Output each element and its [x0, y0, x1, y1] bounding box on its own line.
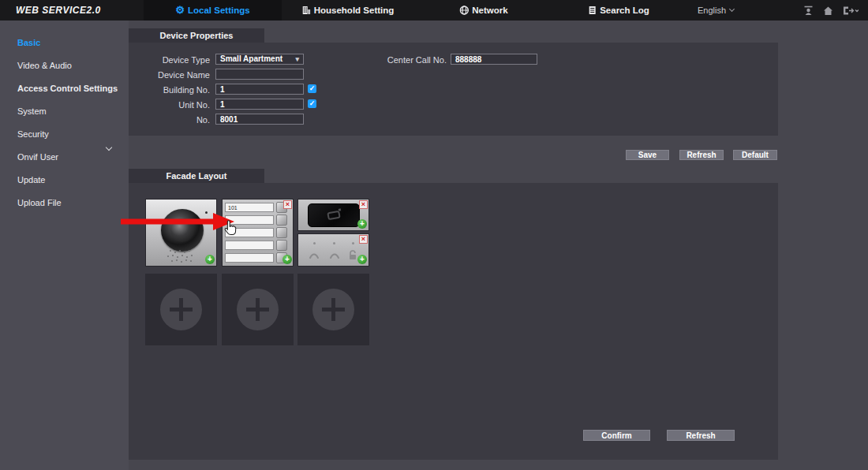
sidebar-item-label: Upload File: [17, 198, 62, 207]
indicator-dot: [333, 242, 335, 244]
center-call-no-label: Center Call No.: [365, 55, 447, 65]
unlock-icon: [348, 250, 357, 260]
facade-layout-tab: Facade Layout: [129, 169, 264, 183]
building-no-label: Building No.: [129, 85, 210, 95]
panel-title: Facade Layout: [166, 171, 226, 181]
building-no-input[interactable]: [215, 84, 304, 95]
tab-label: Search Log: [600, 0, 649, 21]
indicator-dot: [352, 242, 354, 244]
sidebar-item-label: Security: [17, 129, 49, 139]
add-circle-icon: [312, 289, 354, 330]
no-input[interactable]: [215, 114, 304, 125]
call-icon: [329, 252, 340, 259]
unit-no-label: Unit No.: [129, 100, 210, 110]
camera-glyph-icon: [327, 211, 340, 221]
chevron-down-icon: [729, 6, 735, 12]
add-icon[interactable]: +: [357, 255, 367, 264]
plus-glyph: +: [285, 255, 290, 263]
sidebar-item-basic[interactable]: Basic: [0, 35, 129, 50]
tab-search-log[interactable]: Search Log: [588, 0, 649, 21]
add-circle-icon: [237, 289, 279, 330]
screen-module-tile[interactable]: × +: [297, 199, 369, 231]
sidebar-item-onvif-user[interactable]: Onvif User: [0, 149, 129, 165]
directory-row[interactable]: [225, 253, 274, 263]
plus-glyph: +: [208, 255, 212, 263]
add-icon[interactable]: +: [282, 255, 292, 264]
profile-icon[interactable]: [803, 6, 814, 16]
x-glyph: ×: [361, 235, 365, 243]
keypad-call-module-tile[interactable]: × +: [297, 233, 369, 267]
call-button: [276, 240, 287, 251]
language-selector[interactable]: English: [698, 0, 734, 21]
sidebar-item-label: Video & Audio: [17, 61, 72, 70]
directory-row[interactable]: [225, 241, 274, 250]
check-icon: ✓: [309, 99, 316, 107]
sidebar-item-upload-file[interactable]: Upload File: [0, 195, 129, 211]
log-icon: [588, 6, 597, 15]
sidebar-item-access-control-settings[interactable]: Access Control Settings: [0, 80, 129, 96]
remove-icon[interactable]: ×: [283, 200, 292, 209]
logout-icon[interactable]: [843, 6, 859, 16]
directory-entry: 101: [228, 205, 238, 211]
directory-row[interactable]: [225, 228, 274, 237]
sidebar-item-update[interactable]: Update: [0, 172, 129, 188]
remove-icon[interactable]: ×: [359, 200, 368, 209]
no-label: No.: [129, 115, 210, 125]
indicator-dot: [313, 242, 316, 244]
unit-no-input[interactable]: [215, 99, 304, 110]
device-type-value: Small Apartment: [220, 54, 282, 63]
mic-dot: [205, 211, 208, 214]
gear-icon: ⚙: [175, 0, 185, 21]
call-button: [276, 214, 287, 226]
directory-row[interactable]: [225, 215, 274, 225]
display-screen: [308, 203, 360, 227]
device-type-select[interactable]: Small Apartment ▾: [215, 54, 304, 65]
tab-label: Household Setting: [314, 0, 395, 21]
building-icon: [302, 6, 311, 15]
top-navbar: WEB SERVICE2.0 ⚙ Local Settings Househol…: [0, 0, 868, 21]
center-call-no-input[interactable]: [451, 54, 537, 65]
globe-icon: [459, 6, 469, 15]
refresh-facade-button[interactable]: Refresh: [667, 430, 735, 441]
sidebar-item-system[interactable]: System: [0, 103, 129, 119]
sidebar-item-label: Onvif User: [17, 152, 58, 162]
unit-no-checkbox[interactable]: ✓: [308, 99, 316, 108]
add-module-slot[interactable]: [145, 274, 217, 345]
device-name-input[interactable]: [215, 69, 304, 80]
home-icon[interactable]: [823, 6, 833, 16]
web-service-app: WEB SERVICE2.0 ⚙ Local Settings Househol…: [0, 0, 868, 470]
default-button[interactable]: Default: [733, 150, 777, 160]
sidebar-item-label: Update: [17, 175, 45, 185]
building-no-checkbox[interactable]: ✓: [308, 84, 316, 93]
speaker-holes: [170, 250, 171, 252]
call-icon: [309, 252, 320, 259]
add-circle-icon: [160, 289, 202, 330]
panel-title: Device Properties: [160, 31, 234, 40]
tab-label: Network: [472, 0, 507, 21]
camera-module-tile[interactable]: +: [145, 199, 217, 267]
sidebar-item-label: System: [17, 106, 47, 116]
confirm-button[interactable]: Confirm: [583, 430, 650, 441]
add-icon[interactable]: +: [357, 219, 367, 229]
directory-row[interactable]: 101: [225, 203, 274, 212]
device-type-label: Device Type: [129, 55, 210, 65]
tab-local-settings[interactable]: ⚙ Local Settings: [144, 0, 282, 21]
save-button[interactable]: Save: [626, 150, 669, 160]
directory-module-tile[interactable]: 101 × +: [222, 199, 294, 267]
camera-lens-inner: [170, 218, 194, 242]
camera-lens: [161, 209, 204, 252]
refresh-button[interactable]: Refresh: [679, 150, 724, 160]
tab-household-setting[interactable]: Household Setting: [302, 0, 395, 21]
remove-icon[interactable]: ×: [359, 235, 368, 244]
sidebar-item-video-audio[interactable]: Video & Audio: [0, 58, 129, 73]
plus-glyph: +: [360, 255, 365, 263]
device-properties-tab: Device Properties: [129, 28, 264, 43]
device-name-label: Device Name: [129, 70, 210, 80]
add-module-slot[interactable]: [297, 274, 369, 345]
sidebar-item-security[interactable]: Security: [0, 126, 129, 142]
tab-network[interactable]: Network: [459, 0, 507, 21]
add-module-slot[interactable]: [222, 274, 294, 345]
app-logo: WEB SERVICE2.0: [16, 0, 101, 21]
add-icon[interactable]: +: [205, 255, 215, 264]
language-label: English: [698, 0, 726, 21]
